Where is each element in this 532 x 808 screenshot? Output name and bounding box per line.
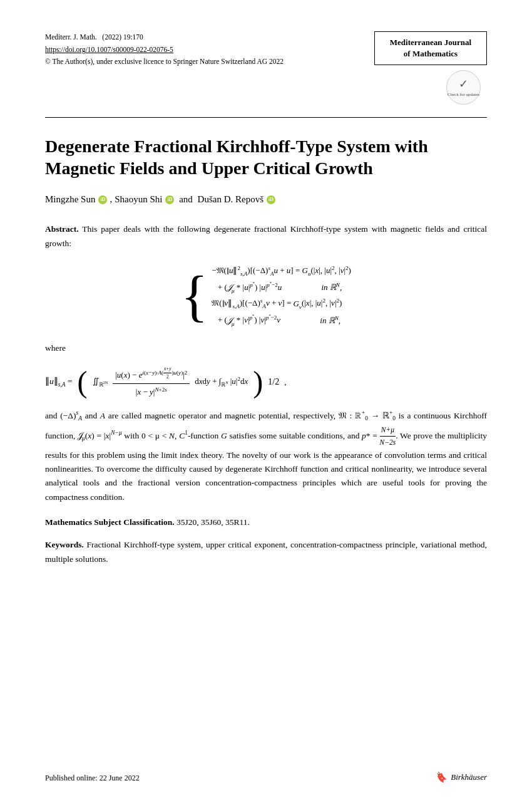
norm-equation: ‖u‖s,A = ( ∬ℝ2N |u(x) − ei(x−y)·A(x+y2)u…: [45, 365, 487, 398]
author2-name: Shaoyun Shi: [115, 194, 162, 205]
check-icon: ✓: [459, 77, 468, 91]
left-brace: {: [181, 269, 208, 323]
journal-box: Mediterranean Journal of Mathematics: [374, 31, 487, 65]
doi-link[interactable]: https://doi.org/10.1007/s00009-022-02076…: [45, 46, 173, 53]
description-paragraph: and (−Δ)sA and A are called magnetic ope…: [45, 408, 487, 504]
eq-line-4: + (𝒥μ * |v|p*) |v|p*−2v in ℝN,: [212, 312, 351, 329]
abstract-section: Abstract. This paper deals with the foll…: [45, 222, 487, 566]
keywords-label: Keywords.: [45, 540, 84, 549]
norm-numerator: |u(x) − ei(x−y)·A(x+y2)u(y)|2: [113, 365, 190, 383]
paper-title: Degenerate Fractional Kirchhoff-Type Sys…: [45, 135, 487, 179]
big-right-paren: ): [253, 367, 263, 397]
norm-fraction: |u(x) − ei(x−y)·A(x+y2)u(y)|2 |x − y|N+2…: [113, 365, 190, 398]
abstract-text: This paper deals with the following dege…: [45, 224, 487, 247]
abstract-label: Abstract.: [45, 224, 79, 234]
journal-full-line1: Mediterranean Journal: [390, 38, 471, 47]
half-power: 1/2: [268, 375, 279, 389]
norm-denominator: |x − y|N+2s: [133, 384, 170, 399]
authors-line: Mingzhe SuniD, Shaoyun ShiiD and Dušan D…: [45, 194, 487, 205]
journal-full-line2: of Mathematics: [404, 49, 458, 58]
msc-section: Mathematics Subject Classification. 35J2…: [45, 515, 487, 529]
publisher-brand: 🔖 Birkhäuser: [434, 771, 487, 783]
header: Mediterr. J. Math. (2022) 19:170 https:/…: [45, 31, 487, 105]
copyright-text: © The Author(s), under exclusive licence…: [45, 58, 284, 65]
equation-system: { −𝔐(‖u‖2s,A)[(−Δ)sAu + u] = Gu(|x|, |u|…: [181, 263, 351, 329]
big-left-paren: (: [78, 367, 88, 397]
dxdy: dxdy + ∫ℝN |u|2dx: [195, 375, 248, 390]
header-right: Mediterranean Journal of Mathematics ✓ C…: [374, 31, 487, 105]
comma-after-norm: ,: [284, 375, 286, 389]
author1-orcid: iD: [98, 195, 107, 204]
author3-orcid: iD: [267, 195, 275, 204]
keywords-section: Keywords. Fractional Kirchhoff-type syst…: [45, 538, 487, 566]
author1-name: Mingzhe Sun: [45, 194, 95, 205]
year-vol: (2022) 19:170: [102, 33, 143, 41]
author-sep1: ,: [110, 194, 112, 205]
eq-line-2: + (𝒥μ * |u|p*) |u|p*−2u in ℝN,: [212, 279, 351, 296]
msc-label: Mathematics Subject Classification.: [45, 517, 175, 527]
double-integral: ∬ℝ2N: [93, 375, 108, 389]
keywords-text: Fractional Kirchhoff-type system, upper …: [45, 540, 487, 563]
page: Mediterr. J. Math. (2022) 19:170 https:/…: [0, 0, 532, 808]
author-and: and: [176, 194, 195, 205]
birkhauser-icon: 🔖: [434, 771, 447, 783]
header-left: Mediterr. J. Math. (2022) 19:170 https:/…: [45, 31, 284, 68]
where-text: where: [45, 341, 487, 355]
eq-line-3: 𝔐(‖v‖s,A)[(−Δ)sAv + v] = Gv(|x|, |u|2, |…: [212, 296, 351, 312]
check-label: Check for updates: [448, 92, 479, 98]
footer: Published online: 22 June 2022 🔖 Birkhäu…: [45, 771, 487, 783]
check-badge: ✓ Check for updates: [446, 70, 481, 105]
equation-lines: −𝔐(‖u‖2s,A)[(−Δ)sAu + u] = Gu(|x|, |u|2,…: [212, 263, 351, 329]
published-date: Published online: 22 June 2022: [45, 774, 140, 783]
publisher-name: Birkhäuser: [451, 772, 487, 782]
eq-line-1: −𝔐(‖u‖2s,A)[(−Δ)sAu + u] = Gu(|x|, |u|2,…: [212, 263, 351, 279]
author3-name: Dušan D. Repovš: [198, 194, 263, 205]
norm-lhs: ‖u‖s,A =: [45, 375, 73, 390]
msc-codes: 35J20, 35J60, 35R11.: [176, 517, 250, 527]
journal-abbr: Mediterr. J. Math.: [45, 33, 97, 41]
author2-orcid: iD: [165, 195, 174, 204]
divider: [45, 117, 487, 118]
